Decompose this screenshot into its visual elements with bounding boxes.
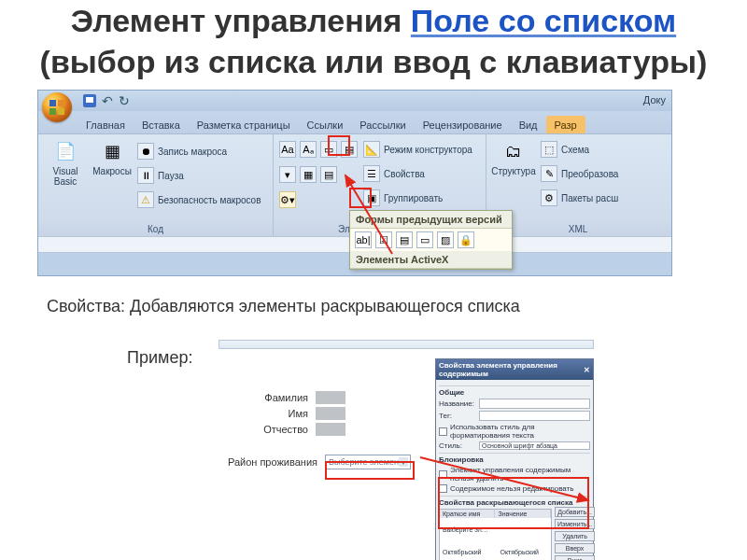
delete-button[interactable]: Удалить [555, 531, 595, 541]
expand-icon: ⚙ [541, 189, 557, 206]
tab-view[interactable]: Вид [511, 116, 546, 133]
legacy-frame-icon[interactable]: ▭ [416, 231, 433, 248]
section-general: Общие [439, 385, 590, 397]
title-suffix: (выбор из списка или ввод с клавиатуры) [40, 44, 708, 79]
group-code-label: Код [38, 224, 273, 234]
design-mode-button[interactable]: 📐 Режим конструктора [363, 138, 472, 161]
name-label2: Название: [439, 399, 476, 408]
example-block: Фамилия Имя Отчество Район проживания Вы… [218, 340, 594, 556]
example-form: Фамилия Имя Отчество Район проживания Вы… [218, 351, 431, 472]
word-ribbon: ↶ ↻ Доку Главная Вставка Разметка страни… [37, 90, 672, 276]
close-icon[interactable]: ✕ [584, 366, 590, 374]
section-lock: Блокировка [439, 453, 590, 464]
tab-home[interactable]: Главная [78, 116, 134, 133]
style-label: Стиль: [439, 441, 476, 450]
name-input[interactable] [479, 399, 590, 409]
schema-icon: ⬚ [541, 141, 557, 158]
usestyle-label: Использовать стиль для форматирования те… [450, 423, 590, 440]
ctrl-combo-icon[interactable]: ▾ [279, 166, 296, 183]
transform-button[interactable]: ✎ Преобразова [541, 162, 618, 185]
properties-description: Свойства: Добавляются элементы раскрываю… [47, 297, 747, 316]
ctrl-richtext-icon[interactable]: Aa [279, 141, 296, 158]
tab-insert[interactable]: Вставка [134, 116, 189, 133]
list-highlight [438, 477, 589, 529]
macros-icon: ▦ [99, 138, 125, 164]
tab-references[interactable]: Ссылки [299, 116, 352, 133]
tab-review[interactable]: Рецензирование [415, 116, 511, 133]
style-value[interactable]: Основной шрифт абзаца [479, 441, 590, 450]
name-label: Имя [218, 408, 312, 419]
slide-title: Элемент управления Поле со списком (выбо… [0, 0, 747, 82]
combo-highlight [325, 461, 415, 480]
group-button[interactable]: ▣ Группировать [363, 187, 472, 209]
legacy-forms-row: ab| ☑ ▤ ▭ ▨ 🔒 [350, 229, 512, 251]
properties-button[interactable]: ☰ Свойства [363, 162, 472, 185]
surname-field[interactable] [316, 391, 345, 404]
legacy-dropdown2-icon[interactable]: ▤ [396, 231, 413, 248]
vb-icon: 📄 [52, 138, 78, 164]
list-row[interactable]: ОктябрьскийОктябрьский [440, 540, 551, 560]
patronymic-label: Отчество [218, 424, 312, 435]
region-label: Район проживания [218, 456, 321, 468]
tab-layout[interactable]: Разметка страницы [189, 116, 299, 133]
ctrl-dropdown-icon[interactable]: ▤ [320, 166, 337, 183]
document-title: Доку [643, 94, 666, 105]
ribbon-tabs: Главная Вставка Разметка страницы Ссылки… [38, 111, 671, 133]
save-icon[interactable] [83, 94, 96, 107]
example-ruler [218, 340, 594, 349]
tag-input[interactable] [479, 411, 590, 421]
title-prefix: Элемент управления [71, 3, 411, 38]
macro-security-button[interactable]: ⚠ Безопасность макросов [137, 189, 261, 211]
schema-button[interactable]: ⬚ Схема [541, 138, 618, 161]
structure-icon: 🗂 [500, 138, 527, 164]
group-icon: ▣ [363, 189, 380, 206]
undo-icon[interactable]: ↶ [102, 94, 113, 107]
ctrl-date-icon[interactable]: ▦ [300, 166, 317, 183]
expansion-button[interactable]: ⚙ Пакеты расш [541, 187, 618, 209]
legacy-forms-dropdown: Формы предыдущих версий ab| ☑ ▤ ▭ ▨ 🔒 Эл… [349, 210, 513, 270]
group-code: 📄 Visual Basic ▦ Макросы ⏺ Запись макрос… [38, 134, 274, 236]
legacy-checkbox-icon[interactable]: ☑ [375, 231, 392, 248]
ctrl-legacy-icon[interactable]: ⚙▾ [279, 191, 296, 208]
tab-developer[interactable]: Разр [546, 116, 585, 133]
patronymic-field[interactable] [316, 423, 345, 436]
tag-label: Тег: [439, 412, 476, 420]
pause-button[interactable]: ⏸ Пауза [137, 164, 261, 187]
activex-title: Элементы ActiveX [350, 251, 512, 269]
legacy-shade-icon[interactable]: ▨ [437, 231, 454, 248]
group-xml-label: XML [486, 224, 669, 234]
title-link: Поле со списком [411, 3, 676, 38]
warning-icon: ⚠ [137, 191, 154, 208]
legacy-textfield-icon[interactable]: ab| [355, 231, 372, 248]
visual-basic-button[interactable]: 📄 Visual Basic [44, 138, 87, 211]
surname-label: Фамилия [218, 392, 312, 403]
macros-button[interactable]: ▦ Макросы [91, 138, 134, 211]
down-button[interactable]: Вниз [555, 555, 595, 560]
panel-title: Свойства элемента управления содержимым [439, 361, 584, 378]
ctrl-image-icon[interactable]: ▭ [320, 141, 337, 158]
up-button[interactable]: Вверх [555, 543, 595, 553]
transform-icon: ✎ [541, 165, 557, 182]
design-icon: 📐 [363, 141, 380, 158]
group-xml: 🗂 Структура ⬚ Схема ✎ Преобразова ⚙ Паке… [486, 134, 669, 236]
props-icon: ☰ [363, 165, 380, 182]
structure-button[interactable]: 🗂 Структура [492, 138, 535, 209]
usestyle-checkbox[interactable] [439, 427, 447, 436]
content-control-properties: Свойства элемента управления содержимым … [435, 358, 594, 560]
redo-icon[interactable]: ↻ [119, 94, 130, 107]
ctrl-text-icon[interactable]: Aₐ [300, 141, 317, 158]
record-macro-button[interactable]: ⏺ Запись макроса [137, 140, 261, 162]
pause-icon: ⏸ [137, 167, 154, 184]
tab-mailings[interactable]: Рассылки [351, 116, 414, 133]
ctrl-block-icon[interactable]: ▤ [341, 141, 358, 158]
legacy-forms-title: Формы предыдущих версий [350, 211, 512, 229]
legacy-reset-icon[interactable]: 🔒 [458, 231, 474, 248]
record-icon: ⏺ [137, 143, 154, 160]
name-field[interactable] [316, 407, 345, 420]
